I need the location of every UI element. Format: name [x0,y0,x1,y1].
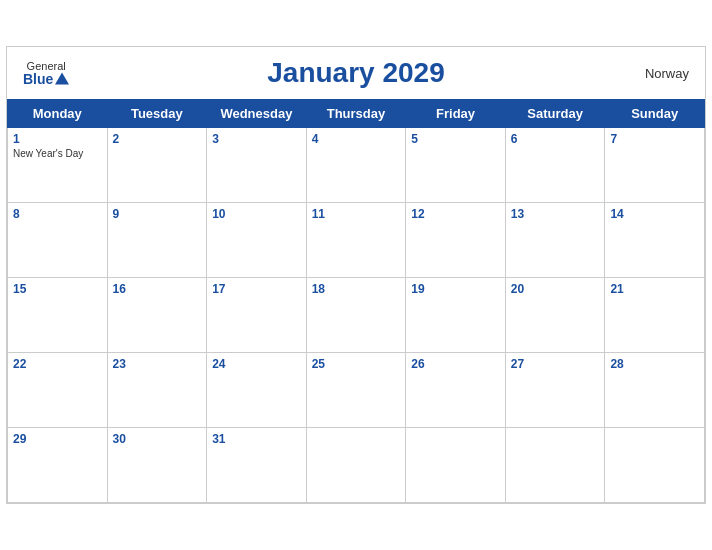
country-label: Norway [645,66,689,81]
calendar-table: Monday Tuesday Wednesday Thursday Friday… [7,99,705,503]
day-cell-30: 30 [107,428,207,503]
logo-blue-text: Blue [23,72,69,86]
day-cell-3: 3 [207,128,307,203]
day-number: 2 [113,132,202,146]
day-cell-20: 20 [505,278,605,353]
day-number: 18 [312,282,401,296]
holiday-label: New Year's Day [13,148,102,159]
day-number: 4 [312,132,401,146]
day-number: 6 [511,132,600,146]
day-number: 21 [610,282,699,296]
day-cell-2: 2 [107,128,207,203]
day-number: 22 [13,357,102,371]
header-wednesday: Wednesday [207,100,307,128]
day-number: 30 [113,432,202,446]
header-monday: Monday [8,100,108,128]
day-cell-7: 7 [605,128,705,203]
calendar-container: General Blue January 2029 Norway Monday … [6,46,706,504]
header-friday: Friday [406,100,506,128]
day-number: 27 [511,357,600,371]
day-cell-15: 15 [8,278,108,353]
day-number: 13 [511,207,600,221]
day-number: 25 [312,357,401,371]
day-number: 23 [113,357,202,371]
day-number: 20 [511,282,600,296]
day-cell-29: 29 [8,428,108,503]
day-cell-27: 27 [505,353,605,428]
calendar-header: General Blue January 2029 Norway [7,47,705,99]
calendar-title: January 2029 [267,57,444,89]
day-cell-18: 18 [306,278,406,353]
weekday-header-row: Monday Tuesday Wednesday Thursday Friday… [8,100,705,128]
day-number: 15 [13,282,102,296]
day-cell-10: 10 [207,203,307,278]
day-cell-35 [605,428,705,503]
day-number: 28 [610,357,699,371]
day-cell-1: 1New Year's Day [8,128,108,203]
day-cell-22: 22 [8,353,108,428]
day-number: 3 [212,132,301,146]
day-cell-14: 14 [605,203,705,278]
day-number: 14 [610,207,699,221]
logo: General Blue [23,61,69,86]
day-cell-16: 16 [107,278,207,353]
day-number: 10 [212,207,301,221]
day-number: 24 [212,357,301,371]
calendar-body: 1New Year's Day2345678910111213141516171… [8,128,705,503]
week-row-5: 293031 [8,428,705,503]
day-number: 17 [212,282,301,296]
day-cell-6: 6 [505,128,605,203]
day-cell-21: 21 [605,278,705,353]
day-cell-17: 17 [207,278,307,353]
week-row-4: 22232425262728 [8,353,705,428]
day-number: 29 [13,432,102,446]
day-cell-9: 9 [107,203,207,278]
day-number: 31 [212,432,301,446]
day-number: 16 [113,282,202,296]
day-number: 11 [312,207,401,221]
header-sunday: Sunday [605,100,705,128]
day-number: 7 [610,132,699,146]
day-number: 12 [411,207,500,221]
day-cell-32 [306,428,406,503]
day-cell-25: 25 [306,353,406,428]
day-cell-5: 5 [406,128,506,203]
day-cell-8: 8 [8,203,108,278]
day-number: 5 [411,132,500,146]
day-number: 1 [13,132,102,146]
day-cell-19: 19 [406,278,506,353]
day-cell-24: 24 [207,353,307,428]
week-row-3: 15161718192021 [8,278,705,353]
day-cell-11: 11 [306,203,406,278]
day-number: 26 [411,357,500,371]
header-saturday: Saturday [505,100,605,128]
day-number: 19 [411,282,500,296]
day-cell-26: 26 [406,353,506,428]
day-cell-23: 23 [107,353,207,428]
day-cell-31: 31 [207,428,307,503]
day-cell-33 [406,428,506,503]
day-cell-28: 28 [605,353,705,428]
week-row-1: 1New Year's Day234567 [8,128,705,203]
logo-blue-label: Blue [23,72,53,86]
logo-triangle-icon [55,73,69,85]
day-cell-4: 4 [306,128,406,203]
header-thursday: Thursday [306,100,406,128]
week-row-2: 891011121314 [8,203,705,278]
day-cell-13: 13 [505,203,605,278]
header-tuesday: Tuesday [107,100,207,128]
day-number: 9 [113,207,202,221]
day-cell-34 [505,428,605,503]
day-number: 8 [13,207,102,221]
day-cell-12: 12 [406,203,506,278]
